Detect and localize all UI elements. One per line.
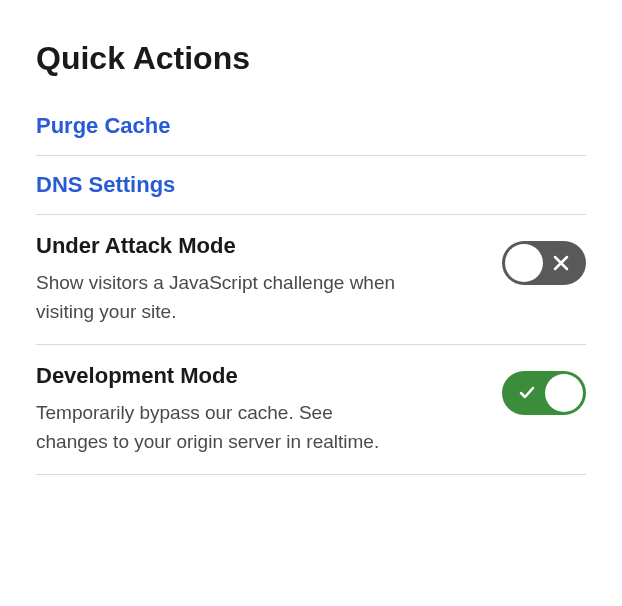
- purge-cache-link[interactable]: Purge Cache: [36, 113, 171, 138]
- under-attack-mode-description: Show visitors a JavaScript challenge whe…: [36, 269, 396, 326]
- development-mode-info: Development Mode Temporarily bypass our …: [36, 363, 396, 456]
- toggle-knob: [505, 244, 543, 282]
- under-attack-mode-toggle[interactable]: [502, 241, 586, 285]
- under-attack-mode-row: Under Attack Mode Show visitors a JavaSc…: [36, 215, 586, 345]
- check-icon: [518, 384, 536, 402]
- link-row-dns-settings: DNS Settings: [36, 156, 586, 215]
- under-attack-mode-title: Under Attack Mode: [36, 233, 396, 259]
- dns-settings-link[interactable]: DNS Settings: [36, 172, 175, 197]
- under-attack-mode-info: Under Attack Mode Show visitors a JavaSc…: [36, 233, 396, 326]
- development-mode-description: Temporarily bypass our cache. See change…: [36, 399, 396, 456]
- development-mode-row: Development Mode Temporarily bypass our …: [36, 345, 586, 475]
- x-icon: [552, 254, 570, 272]
- link-row-purge-cache: Purge Cache: [36, 113, 586, 156]
- page-title: Quick Actions: [36, 40, 586, 77]
- development-mode-toggle[interactable]: [502, 371, 586, 415]
- development-mode-title: Development Mode: [36, 363, 396, 389]
- quick-actions-list: Purge Cache DNS Settings Under Attack Mo…: [36, 113, 586, 475]
- toggle-knob: [545, 374, 583, 412]
